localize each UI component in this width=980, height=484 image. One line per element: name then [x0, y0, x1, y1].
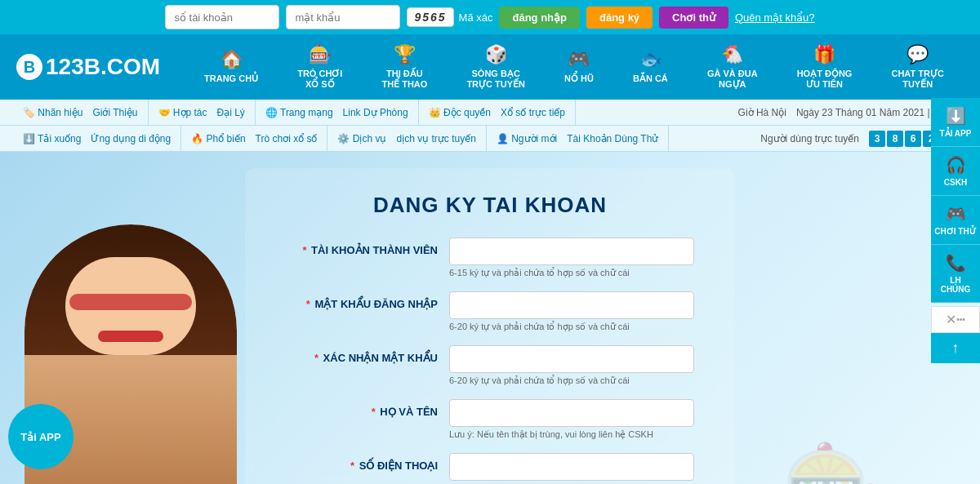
nav-item-nohu[interactable]: 🎮 NỔ HŨ	[556, 42, 602, 91]
gift-icon: 🎁	[813, 44, 835, 65]
ellipsis-icon: •••	[956, 315, 965, 324]
label-sodienthoai: * SỐ ĐIỆN THOẠI	[286, 453, 449, 472]
tai-app-circle[interactable]: Tải APP	[8, 404, 74, 469]
logo-icon: B	[16, 54, 42, 80]
sidebar-lhchung[interactable]: 📞 LH CHÚNG	[931, 245, 980, 303]
input-matkhau[interactable]	[449, 291, 694, 319]
login-button[interactable]: đăng nhập	[499, 7, 580, 29]
content-area: Tải APP DANG KY TAI KHOAN * TÀI KHOẢN TH…	[0, 152, 980, 484]
nav-label-trochoi: TRÒ CHƠIXỔ SỐ	[297, 69, 342, 90]
nav-item-trangchu[interactable]: 🏠 TRANG CHỦ	[196, 42, 266, 91]
info-group-dichvu: ⚙️ Dịch vụ dịch vụ trực tuyến	[327, 126, 486, 151]
info-daily[interactable]: Đại Lý	[217, 107, 245, 118]
trial-button[interactable]: Chơi thử	[659, 7, 728, 29]
captcha-box: 9565 Mã xác	[407, 7, 492, 27]
form-row-hoten: * HỌ VÀ TÊN Lưu ý: Nếu tên thật bị trùng…	[286, 399, 694, 440]
field-hoten: Lưu ý: Nếu tên thật bị trùng, vui lòng l…	[449, 399, 694, 440]
nav-item-banca[interactable]: 🐟 BẮN CÁ	[625, 42, 676, 91]
info-trangmang[interactable]: 🌐 Trang mạng	[265, 107, 333, 118]
info-taikhoan-dungtu[interactable]: Tài Khoản Dùng Thử	[567, 133, 658, 144]
input-sodienthoai[interactable]	[449, 453, 694, 481]
form-row-matkhau: * MẬT KHẨU ĐĂNG NHẬP 6-20 ký tự và phải …	[286, 291, 694, 332]
info-phobien[interactable]: 🔥 Phổ biến	[191, 133, 245, 144]
form-row-taikhoan: * TÀI KHOẢN THÀNH VIÊN 6-15 ký tự và phả…	[286, 238, 694, 278]
forgot-password-button[interactable]: Quên mật khẩu?	[735, 11, 815, 24]
sidebar-close-button[interactable]: ✕ •••	[931, 306, 980, 333]
info-dichvu-tructuyen[interactable]: dịch vụ trực tuyến	[396, 133, 475, 144]
online-num-2: 8	[887, 131, 903, 147]
fish-icon: 🐟	[639, 49, 662, 70]
sidebar-choithu[interactable]: 🎮 CHƠI THỬ	[931, 196, 980, 245]
label-hoten: * HỌ VÀ TÊN	[286, 399, 449, 418]
hint-taikhoan: 6-15 ký tự và phải chứa tổ hợp số và chữ…	[449, 268, 694, 278]
info-docquyen[interactable]: 👑 Độc quyền	[429, 107, 491, 118]
input-hoten[interactable]	[449, 399, 694, 427]
required-star-4: *	[372, 406, 376, 418]
logo-text: 123B.COM	[46, 54, 160, 80]
info-linkduphong[interactable]: Link Dự Phòng	[343, 107, 408, 118]
nav-label-hoatdong: HOẠT ĐỘNGƯU TIÊN	[797, 69, 853, 90]
info-group-trangmang: 🌐 Trang mạng Link Dự Phòng	[256, 100, 419, 125]
info-gioithieu[interactable]: Giới Thiệu	[92, 107, 137, 118]
password-input[interactable]	[286, 5, 400, 29]
register-button[interactable]: đăng ký	[586, 7, 653, 29]
nav-item-thidau[interactable]: 🏆 THI ĐẤUTHỂ THAO	[373, 38, 435, 96]
info-group-phobien: 🔥 Phổ biến Trò chơi xổ số	[181, 126, 327, 151]
logo[interactable]: B 123B.COM	[16, 54, 160, 80]
info-gioi-hanoi: Giờ Hà Nội	[738, 107, 786, 118]
nav-label-banca: BẮN CÁ	[633, 73, 668, 84]
info-trochoi-xoso[interactable]: Trò chơi xổ số	[256, 133, 318, 144]
home-icon: 🏠	[220, 49, 243, 70]
username-input[interactable]	[165, 5, 279, 29]
form-row-xacnhan: * XÁC NHẬN MẬT KHẨU 6-20 ký tự và phải c…	[286, 345, 694, 386]
info-nguoimoi[interactable]: 👤 Người mới	[497, 133, 557, 144]
sidebar-choithu-label: CHƠI THỬ	[934, 227, 976, 236]
field-taikhoan: 6-15 ký tự và phải chứa tổ hợp số và chữ…	[449, 238, 694, 278]
register-title: DANG KY TAI KHOAN	[286, 193, 694, 218]
info-group-taixuong: ⬇️ Tải xuống Ứng dụng di động	[13, 126, 181, 151]
online-num-1: 3	[869, 131, 885, 147]
sidebar-cskh[interactable]: 🎧 CSKH	[931, 147, 980, 196]
info-taixuong[interactable]: ⬇️ Tải xuống	[23, 133, 81, 144]
field-xacnhan: 6-20 ký tự và phải chứa tổ hợp số và chữ…	[449, 345, 694, 386]
nav-item-songbac[interactable]: 🎲 SÒNG BẠCTRỰC TUYẾN	[458, 38, 533, 96]
info-bar-row2: ⬇️ Tải xuống Ứng dụng di động 🔥 Phổ biến…	[0, 126, 980, 152]
input-xacnhan[interactable]	[449, 345, 694, 373]
info-online-label: Người dùng trực tuyến	[760, 133, 859, 144]
info-hoptac[interactable]: 🤝 Hợp tác	[158, 107, 207, 118]
label-xacnhan: * XÁC NHẬN MẬT KHẨU	[286, 345, 449, 364]
nav-item-chat[interactable]: 💬 CHAT TRỰCTUYẾN	[883, 38, 951, 96]
nav-label-trangchu: TRANG CHỦ	[204, 73, 258, 84]
nav-item-hoatdong[interactable]: 🎁 HOẠT ĐỘNGƯU TIÊN	[789, 38, 861, 96]
hint-xacnhan: 6-20 ký tự và phải chứa tổ hợp số và chữ…	[449, 375, 694, 386]
nav-label-thidau: THI ĐẤUTHỂ THAO	[381, 69, 427, 90]
label-matkhau: * MẬT KHẨU ĐĂNG NHẬP	[286, 291, 449, 310]
hint-matkhau: 6-20 ký tự và phải chứa tổ hợp số và chữ…	[449, 322, 694, 332]
sidebar-cskh-label: CSKH	[944, 178, 967, 187]
nav-item-gadua[interactable]: 🐔 GÀ VÀ ĐUANGỰA	[699, 38, 766, 96]
field-matkhau: 6-20 ký tự và phải chứa tổ hợp số và chữ…	[449, 291, 694, 332]
info-nhankhieu[interactable]: 🏷️ Nhãn hiệu	[23, 107, 82, 118]
rooster-icon: 🐔	[721, 44, 743, 65]
scroll-top-button[interactable]: ↑	[931, 333, 980, 363]
girl-image-area: Tải APP	[0, 152, 278, 484]
captcha-code: 9565	[407, 7, 453, 27]
captcha-label: Mã xác	[459, 11, 493, 24]
sidebar-tai-app[interactable]: ⬇️ TẢI APP	[931, 98, 980, 147]
info-dichvu[interactable]: ⚙️ Dịch vụ	[337, 133, 386, 144]
arrow-up-icon: ↑	[952, 340, 960, 357]
download-icon: ⬇️	[946, 106, 966, 126]
nav-item-trochoi[interactable]: 🎰 TRÒ CHƠIXỔ SỐ	[289, 38, 350, 96]
info-xosotructiep[interactable]: Xổ số trực tiếp	[501, 107, 565, 118]
gamepad-icon: 🎮	[946, 204, 966, 224]
close-icon: ✕	[946, 312, 956, 327]
info-group-hoptac: 🤝 Hợp tác Đại Lý	[149, 100, 256, 125]
online-num-3: 6	[905, 131, 921, 147]
info-ungdung[interactable]: Ứng dụng di động	[91, 133, 171, 144]
input-taikhoan[interactable]	[449, 238, 694, 265]
nav-label-songbac: SÒNG BẠCTRỰC TUYẾN	[466, 69, 525, 90]
nav-items: 🏠 TRANG CHỦ 🎰 TRÒ CHƠIXỔ SỐ 🏆 THI ĐẤUTHỂ…	[185, 38, 964, 96]
sidebar-tai-app-label: TẢI APP	[940, 129, 972, 138]
required-star-1: *	[302, 244, 306, 256]
slots-icon: 🎮	[568, 49, 590, 70]
